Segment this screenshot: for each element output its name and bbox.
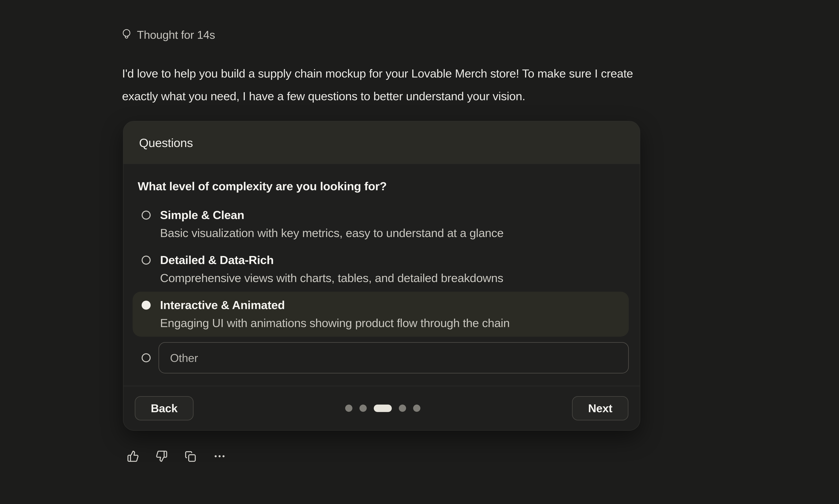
assistant-message: I'd love to help you build a supply chai… — [122, 62, 633, 108]
radio-unselected-icon[interactable] — [142, 353, 151, 362]
pagination-dot — [360, 404, 367, 412]
option-simple-clean[interactable]: Simple & Clean Basic visualization with … — [133, 202, 629, 247]
thumbs-up-button[interactable] — [127, 450, 139, 463]
thumbs-down-button[interactable] — [156, 450, 168, 463]
option-description: Basic visualization with key metrics, ea… — [160, 226, 504, 240]
thumbs-up-icon — [127, 450, 139, 463]
radio-selected-icon[interactable] — [142, 301, 151, 310]
other-option-input[interactable] — [158, 342, 629, 374]
copy-icon — [184, 450, 196, 463]
lightbulb-icon — [122, 29, 131, 41]
option-detailed-data-rich[interactable]: Detailed & Data-Rich Comprehensive views… — [133, 247, 629, 292]
card-title: Questions — [139, 136, 193, 150]
option-description: Engaging UI with animations showing prod… — [160, 316, 510, 330]
option-title: Interactive & Animated — [160, 298, 510, 312]
card-header: Questions — [123, 121, 640, 164]
card-footer: Back Next — [123, 386, 640, 430]
option-title: Detailed & Data-Rich — [160, 253, 503, 267]
card-body: What level of complexity are you looking… — [123, 164, 640, 386]
option-description: Comprehensive views with charts, tables,… — [160, 271, 503, 285]
question-text: What level of complexity are you looking… — [138, 179, 629, 193]
radio-unselected-icon[interactable] — [142, 211, 151, 220]
option-interactive-animated[interactable]: Interactive & Animated Engaging UI with … — [133, 292, 629, 337]
option-title: Simple & Clean — [160, 208, 504, 222]
next-button[interactable]: Next — [572, 396, 628, 420]
message-line: I'd love to help you build a supply chai… — [122, 62, 633, 85]
back-button[interactable]: Back — [135, 396, 194, 420]
pagination-dots — [345, 404, 420, 412]
pagination-dot — [345, 404, 352, 412]
thumbs-down-icon — [156, 450, 168, 463]
pagination-dot — [413, 404, 420, 412]
chat-message-view: Thought for 14s I'd love to help you bui… — [0, 0, 839, 504]
copy-button[interactable] — [184, 450, 196, 463]
option-other[interactable] — [133, 342, 629, 374]
more-options-icon — [213, 450, 226, 463]
questions-card: Questions What level of complexity are y… — [123, 121, 640, 431]
thought-duration-label: Thought for 14s — [137, 28, 215, 42]
more-options-button[interactable] — [213, 450, 226, 463]
pagination-dot — [399, 404, 406, 412]
thought-summary[interactable]: Thought for 14s — [122, 28, 215, 42]
message-line: exactly what you need, I have a few ques… — [122, 85, 633, 108]
pagination-dot-active — [374, 404, 392, 412]
radio-unselected-icon[interactable] — [142, 256, 151, 265]
message-actions — [127, 450, 226, 463]
